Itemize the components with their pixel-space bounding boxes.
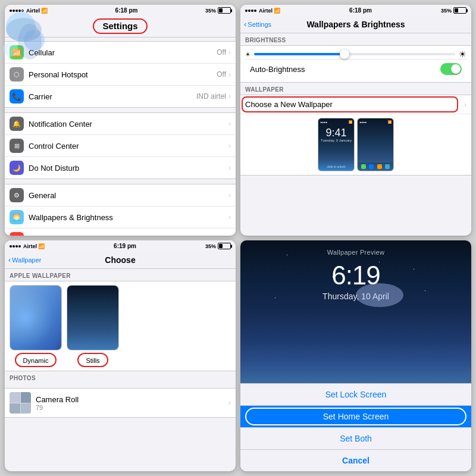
battery-area-bl: 35% — [205, 243, 231, 249]
brightness-slider[interactable] — [254, 53, 455, 55]
carrier-chevron: › — [228, 92, 231, 101]
settings-list: 📶 Cellular Off › ⬡ Personal Hotspot Off … — [5, 37, 236, 236]
apple-wallpaper-label: APPLE WALLPAPER — [5, 269, 236, 281]
star5 — [275, 298, 275, 298]
battery-pct-bl: 35% — [205, 243, 216, 249]
choose-nav-bar: ‹ Wallpaper Choose — [5, 251, 236, 269]
stills-category[interactable]: Stills — [67, 285, 119, 367]
mini-photo-3 — [10, 403, 20, 414]
back-chevron-bl: ‹ — [8, 255, 11, 264]
settings-row-carrier[interactable]: 📞 Carrier IND airtel › — [5, 86, 236, 107]
battery-icon-bl — [218, 243, 231, 249]
dnd-icon: 🌙 — [10, 161, 24, 175]
set-lock-screen-btn[interactable]: Set Lock Screen — [240, 384, 471, 406]
carrier-value: IND airtel — [196, 92, 226, 101]
dock-app-1 — [361, 164, 366, 169]
dynamic-thumb — [10, 285, 62, 350]
carrier-label: Carrier — [29, 92, 196, 101]
thumb-status-home: ●●●●📶 — [359, 120, 392, 124]
general-label: General — [29, 191, 228, 200]
cancel-btn[interactable]: Cancel — [240, 450, 471, 471]
wallpaper-previews: ●●●●📶 9:41 Tuesday, 9 January slide to u… — [240, 114, 471, 175]
lock-screen-thumb[interactable]: ●●●●📶 9:41 Tuesday, 9 January slide to u… — [318, 118, 355, 171]
dot5 — [21, 10, 24, 12]
action-sheet: Set Lock Screen Set Home Screen Set Both… — [240, 383, 471, 471]
star4 — [425, 290, 425, 291]
settings-title: Settings — [102, 21, 137, 31]
signal-dots — [10, 10, 24, 12]
settings-row-general[interactable]: ⚙ General › — [5, 184, 236, 206]
dynamic-category[interactable]: Dynamic — [10, 285, 62, 367]
settings-title-oval-wrap: Settings — [10, 18, 231, 34]
dot3-bl — [15, 245, 18, 248]
dot1-bl — [10, 245, 12, 248]
choose-title: Choose — [105, 255, 135, 265]
auto-brightness-toggle[interactable] — [440, 63, 462, 75]
home-screen-thumb[interactable]: ●●●●📶 — [357, 118, 394, 171]
battery-pct-tr: 35% — [441, 8, 452, 14]
sounds-icon: 🔊 — [10, 232, 24, 236]
notification-label: Notification Center — [29, 120, 228, 129]
dynamic-label-wrap: Dynamic — [15, 353, 57, 367]
settings-section-control: 🔔 Notification Center › ⊞ Control Center… — [5, 112, 236, 179]
wifi-icon: 📶 — [41, 8, 48, 14]
camera-roll-row[interactable]: Camera Roll 79 › — [5, 389, 236, 417]
choose-wallpaper-chevron: › — [464, 101, 466, 109]
settings-row-dnd[interactable]: 🌙 Do Not Disturb › — [5, 157, 236, 178]
cellular-chevron: › — [228, 48, 231, 57]
cellular-label: Cellular — [29, 48, 217, 57]
back-button-bl[interactable]: ‹ Wallpaper — [8, 255, 41, 264]
dot1-tr — [245, 10, 248, 12]
mini-photo-2 — [21, 392, 32, 403]
mini-photo-1 — [10, 392, 20, 403]
settings-row-hotspot[interactable]: ⬡ Personal Hotspot Off › — [5, 64, 236, 86]
nebula-glow — [356, 283, 403, 307]
thumb-lock-time: 9:41 — [318, 127, 354, 139]
back-button-tr[interactable]: ‹ Settings — [244, 20, 271, 29]
brightness-thumb — [340, 49, 349, 59]
dnd-label: Do Not Disturb — [29, 164, 228, 173]
status-bar-bl: Airtel 📶 6:19 pm 35% — [5, 240, 236, 251]
set-home-screen-btn[interactable]: Set Home Screen — [240, 406, 471, 428]
star3 — [333, 276, 334, 277]
dock-app-4 — [385, 164, 390, 169]
settings-row-notification[interactable]: 🔔 Notification Center › — [5, 113, 236, 135]
dot3-tr — [251, 10, 253, 12]
choose-wallpaper-panel: Airtel 📶 6:19 pm 35% ‹ Wallpaper Choose … — [5, 240, 236, 471]
brightness-low-icon: ☀ — [245, 51, 250, 58]
auto-brightness-row: Auto-Brightness — [245, 59, 466, 79]
hotspot-chevron: › — [228, 70, 231, 79]
set-both-btn[interactable]: Set Both — [240, 428, 471, 450]
hotspot-label: Personal Hotspot — [29, 70, 217, 79]
camera-roll-info: Camera Roll 79 — [36, 395, 224, 411]
photo-grid-mini — [10, 392, 31, 414]
battery-fill-tr — [455, 8, 458, 12]
wallpaper-brightness-title: Wallpapers & Brightness — [306, 20, 405, 29]
dot4-tr — [254, 10, 256, 12]
camera-roll-title: Camera Roll — [36, 395, 224, 404]
thumb-lock-date: Tuesday, 9 January — [318, 139, 354, 142]
back-label-bl: Wallpaper — [12, 256, 41, 264]
status-bar-tl: Airtel 📶 6:18 pm 35% — [5, 5, 236, 15]
camera-roll-thumb — [10, 392, 31, 414]
photos-section: Camera Roll 79 › — [5, 388, 236, 418]
brightness-row: ☀ ☀ — [245, 49, 466, 59]
star6 — [414, 269, 414, 270]
dot2-tr — [248, 10, 250, 12]
brightness-section: ☀ ☀ Auto-Brightness — [240, 45, 471, 83]
settings-row-control-center[interactable]: ⊞ Control Center › — [5, 135, 236, 157]
set-home-screen-label: Set Home Screen — [323, 412, 389, 421]
notification-chevron: › — [228, 120, 231, 128]
wifi-icon-tr: 📶 — [274, 8, 280, 14]
battery-fill-tl — [219, 8, 223, 12]
clock-tr: 6:18 pm — [349, 7, 372, 14]
dot2-bl — [12, 245, 15, 248]
choose-wallpaper-row[interactable]: Choose a New Wallpaper › — [240, 95, 471, 114]
notification-icon: 🔔 — [10, 117, 24, 131]
settings-row-wallpaper[interactable]: 🌅 Wallpapers & Brightness › — [5, 206, 236, 228]
sounds-label: Sounds — [29, 235, 228, 236]
brightness-fill — [254, 53, 345, 55]
dot2 — [12, 10, 15, 12]
general-icon: ⚙ — [10, 188, 24, 202]
settings-row-sounds[interactable]: 🔊 Sounds › — [5, 228, 236, 236]
